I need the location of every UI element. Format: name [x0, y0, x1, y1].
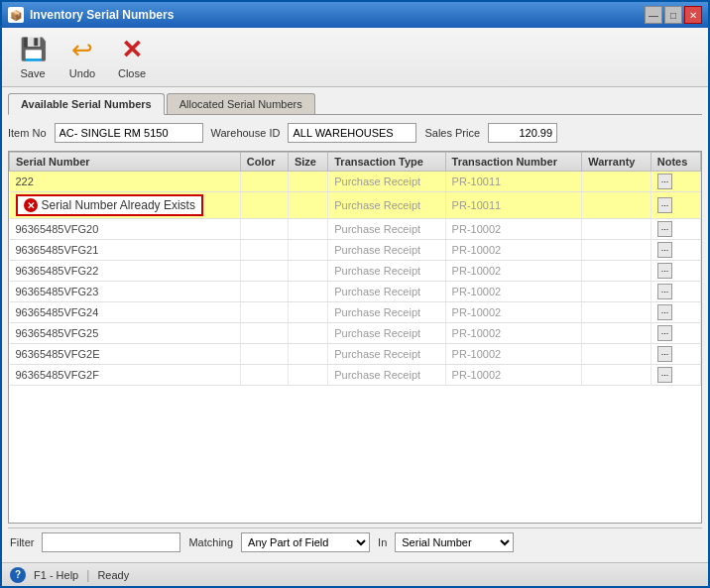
- cell-notes: ···: [651, 365, 700, 386]
- table-row[interactable]: 96365485VFG2EPurchase ReceiptPR-10002···: [10, 344, 701, 365]
- table-row[interactable]: ✕Serial Number Already ExistsPurchase Re…: [10, 192, 701, 219]
- matching-label: Matching: [188, 536, 233, 548]
- cell-serial-number: 96365485VFG21: [10, 240, 241, 261]
- cell-size: [288, 261, 327, 282]
- cell-transaction-type: Purchase Receipt: [328, 302, 445, 323]
- notes-dots-button[interactable]: ···: [657, 304, 673, 320]
- cell-warranty: [582, 192, 651, 219]
- cell-size: [288, 344, 327, 365]
- close-button[interactable]: ✕ Close: [109, 31, 155, 82]
- status-text: Ready: [97, 569, 129, 581]
- table-row[interactable]: 96365485VFG25Purchase ReceiptPR-10002···: [10, 323, 701, 344]
- cell-serial-number: 222: [10, 172, 241, 192]
- notes-dots-button[interactable]: ···: [657, 242, 673, 258]
- notes-dots-button[interactable]: ···: [657, 367, 673, 383]
- filter-input[interactable]: [42, 532, 180, 552]
- cell-transaction-number: PR-10002: [445, 365, 582, 386]
- matching-select[interactable]: Any Part of Field Starts With Ends With …: [241, 532, 370, 552]
- cell-color: [240, 282, 288, 302]
- status-bar: ? F1 - Help | Ready: [2, 562, 708, 586]
- item-no-input[interactable]: [55, 123, 203, 143]
- table-row[interactable]: 96365485VFG21Purchase ReceiptPR-10002···: [10, 240, 701, 261]
- cell-warranty: [582, 365, 651, 386]
- cell-serial-number: 96365485VFG25: [10, 323, 241, 344]
- cell-transaction-number: PR-10002: [445, 240, 582, 261]
- form-row: Item No Warehouse ID Sales Price: [8, 119, 702, 147]
- cell-warranty: [582, 261, 651, 282]
- save-button[interactable]: 💾 Save: [10, 31, 56, 82]
- cell-transaction-type: Purchase Receipt: [328, 261, 445, 282]
- col-serial-number: Serial Number: [10, 153, 241, 172]
- status-separator: |: [86, 568, 89, 582]
- app-icon: 📦: [8, 7, 24, 23]
- window-title: Inventory Serial Numbers: [30, 8, 174, 22]
- cell-warranty: [582, 282, 651, 302]
- title-bar-left: 📦 Inventory Serial Numbers: [8, 7, 174, 23]
- cell-serial-number: 96365485VFG23: [10, 282, 241, 302]
- notes-dots-button[interactable]: ···: [657, 263, 673, 279]
- cell-size: [288, 365, 327, 386]
- data-table-container: Serial Number Color Size Transaction Typ…: [8, 151, 702, 524]
- cell-notes: ···: [651, 261, 700, 282]
- cell-notes: ···: [651, 344, 700, 365]
- help-icon: ?: [10, 567, 26, 583]
- notes-dots-button[interactable]: ···: [657, 325, 673, 341]
- undo-icon: ↩: [66, 34, 98, 65]
- notes-dots-button[interactable]: ···: [657, 284, 673, 299]
- table-row[interactable]: 222Purchase ReceiptPR-10011···: [10, 172, 701, 192]
- toolbar: 💾 Save ↩ Undo ✕ Close: [2, 28, 708, 87]
- cell-notes: ···: [651, 302, 700, 323]
- cell-transaction-type: Purchase Receipt: [328, 240, 445, 261]
- cell-serial-number: 96365485VFG20: [10, 219, 241, 240]
- title-bar: 📦 Inventory Serial Numbers — □ ✕: [2, 2, 708, 28]
- error-tooltip: ✕Serial Number Already Exists: [16, 194, 203, 216]
- notes-dots-button[interactable]: ···: [657, 174, 673, 189]
- table-row[interactable]: 96365485VFG2FPurchase ReceiptPR-10002···: [10, 365, 701, 386]
- cell-serial-number: 96365485VFG22: [10, 261, 241, 282]
- col-transaction-type: Transaction Type: [328, 153, 445, 172]
- cell-warranty: [582, 172, 651, 192]
- cell-size: [288, 282, 327, 302]
- tab-allocated[interactable]: Allocated Serial Numbers: [167, 93, 315, 114]
- undo-button[interactable]: ↩ Undo: [59, 31, 105, 82]
- table-row[interactable]: 96365485VFG24Purchase ReceiptPR-10002···: [10, 302, 701, 323]
- maximize-button[interactable]: □: [664, 6, 682, 24]
- in-select[interactable]: Serial Number Color Size Transaction Typ…: [395, 532, 514, 552]
- cell-transaction-type: Purchase Receipt: [328, 172, 445, 192]
- col-size: Size: [288, 153, 327, 172]
- in-label: In: [378, 536, 387, 548]
- cell-color: [240, 261, 288, 282]
- sales-price-input[interactable]: [488, 123, 557, 143]
- cell-transaction-number: PR-10002: [445, 261, 582, 282]
- main-window: 📦 Inventory Serial Numbers — □ ✕ 💾 Save …: [0, 0, 710, 588]
- table-row[interactable]: 96365485VFG23Purchase ReceiptPR-10002···: [10, 282, 701, 302]
- minimize-button[interactable]: —: [645, 6, 662, 24]
- tab-available[interactable]: Available Serial Numbers: [8, 93, 165, 115]
- error-icon: ✕: [24, 198, 38, 212]
- close-window-button[interactable]: ✕: [684, 6, 702, 24]
- notes-dots-button[interactable]: ···: [657, 197, 673, 213]
- close-icon: ✕: [116, 34, 148, 65]
- cell-color: [240, 323, 288, 344]
- cell-transaction-type: Purchase Receipt: [328, 219, 445, 240]
- warehouse-input[interactable]: [288, 123, 416, 143]
- notes-dots-button[interactable]: ···: [657, 221, 673, 237]
- title-controls: — □ ✕: [645, 6, 702, 24]
- col-warranty: Warranty: [582, 153, 651, 172]
- notes-dots-button[interactable]: ···: [657, 346, 673, 362]
- cell-serial-number: 96365485VFG2F: [10, 365, 241, 386]
- cell-warranty: [582, 323, 651, 344]
- error-message: Serial Number Already Exists: [42, 198, 195, 212]
- save-icon: 💾: [17, 34, 49, 65]
- table-row[interactable]: 96365485VFG20Purchase ReceiptPR-10002···: [10, 219, 701, 240]
- cell-transaction-type: Purchase Receipt: [328, 365, 445, 386]
- cell-serial-number: 96365485VFG2E: [10, 344, 241, 365]
- cell-transaction-type: Purchase Receipt: [328, 344, 445, 365]
- cell-color: [240, 344, 288, 365]
- cell-transaction-type: Purchase Receipt: [328, 192, 445, 219]
- sales-price-label: Sales Price: [424, 127, 480, 139]
- cell-transaction-number: PR-10002: [445, 302, 582, 323]
- cell-notes: ···: [651, 323, 700, 344]
- table-row[interactable]: 96365485VFG22Purchase ReceiptPR-10002···: [10, 261, 701, 282]
- cell-notes: ···: [651, 192, 700, 219]
